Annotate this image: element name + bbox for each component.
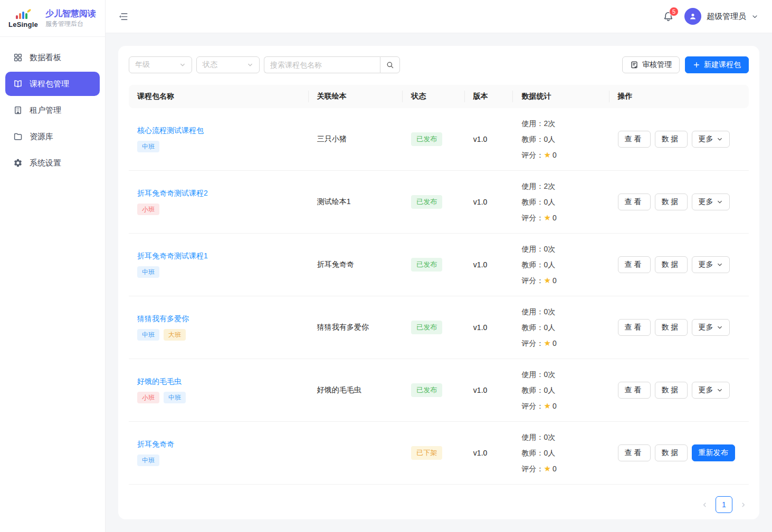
view-button[interactable]: 查看 bbox=[618, 444, 651, 461]
course-package-link[interactable]: 折耳兔奇奇 bbox=[137, 440, 174, 448]
name-cell: 好饿的毛毛虫小班中班 bbox=[129, 359, 309, 422]
table-row: 好饿的毛毛虫小班中班好饿的毛毛虫已发布v1.0使用：0次教师：0人评分：★0查看… bbox=[129, 359, 749, 422]
stats-cell: 使用：2次教师：0人评分：★0 bbox=[513, 171, 609, 234]
column-header-version: 版本 bbox=[465, 85, 513, 108]
grade-tag: 小班 bbox=[137, 204, 159, 215]
teacher-stat: 教师：0人 bbox=[521, 320, 601, 335]
rating-stat: 评分：★0 bbox=[521, 273, 601, 288]
audit-button[interactable]: 审核管理 bbox=[622, 56, 680, 73]
chevron-down-icon bbox=[717, 387, 723, 393]
view-button[interactable]: 查看 bbox=[618, 256, 651, 273]
chevron-right-icon bbox=[740, 501, 747, 508]
status-badge: 已发布 bbox=[411, 195, 442, 209]
view-button[interactable]: 查看 bbox=[618, 382, 651, 399]
column-header-name: 课程包名称 bbox=[129, 85, 309, 108]
sidebar-item-label: 课程包管理 bbox=[30, 79, 69, 89]
book-cell: 测试绘本1 bbox=[309, 171, 403, 234]
course-package-link[interactable]: 好饿的毛毛虫 bbox=[137, 377, 182, 385]
sidebar-item-resources[interactable]: 资源库 bbox=[5, 124, 100, 149]
more-button[interactable]: 更多 bbox=[692, 256, 730, 273]
name-cell: 猜猜我有多爱你中班大班 bbox=[129, 296, 309, 359]
status-select[interactable]: 状态 bbox=[196, 56, 260, 73]
course-package-link[interactable]: 折耳兔奇奇测试课程1 bbox=[137, 252, 208, 260]
course-package-panel: 年级 状态 bbox=[118, 46, 759, 519]
data-button[interactable]: 数据 bbox=[655, 444, 688, 461]
grade-select[interactable]: 年级 bbox=[129, 56, 192, 73]
user-name: 超级管理员 bbox=[707, 12, 746, 22]
grade-tag: 中班 bbox=[137, 266, 159, 278]
data-button[interactable]: 数据 bbox=[655, 131, 688, 148]
user-menu[interactable]: 超级管理员 bbox=[684, 8, 758, 25]
more-button[interactable]: 更多 bbox=[692, 131, 730, 148]
teacher-stat: 教师：0人 bbox=[521, 445, 601, 461]
search-button[interactable] bbox=[380, 56, 400, 73]
data-button[interactable]: 数据 bbox=[655, 319, 688, 336]
usage-stat: 使用：2次 bbox=[521, 178, 601, 194]
menu-fold-icon[interactable] bbox=[118, 12, 128, 22]
data-button[interactable]: 数据 bbox=[655, 256, 688, 273]
star-icon: ★ bbox=[544, 464, 550, 473]
column-header-status: 状态 bbox=[403, 85, 465, 108]
notification-bell[interactable]: 5 bbox=[663, 11, 674, 22]
brand-name: LeSingle bbox=[8, 21, 38, 28]
data-button[interactable]: 数据 bbox=[655, 382, 688, 399]
sidebar-item-settings[interactable]: 系统设置 bbox=[5, 151, 100, 175]
sidebar-item-dashboard[interactable]: 数据看板 bbox=[5, 45, 100, 70]
version-cell: v1.0 bbox=[465, 171, 513, 234]
grade-tag: 中班 bbox=[137, 141, 159, 152]
sidebar: LeSingle 少儿智慧阅读 服务管理后台 数据看板 课程包管理 bbox=[0, 0, 106, 532]
status-badge: 已发布 bbox=[411, 132, 442, 146]
app-root: LeSingle 少儿智慧阅读 服务管理后台 数据看板 课程包管理 bbox=[0, 0, 772, 532]
status-cell: 已发布 bbox=[403, 359, 465, 422]
sidebar-item-label: 租户管理 bbox=[30, 105, 61, 115]
view-button[interactable]: 查看 bbox=[618, 319, 651, 336]
audit-icon bbox=[630, 61, 638, 69]
gear-icon bbox=[13, 158, 23, 168]
chevron-down-icon bbox=[179, 62, 186, 68]
sidebar-item-course-packages[interactable]: 课程包管理 bbox=[5, 72, 100, 96]
usage-stat: 使用：0次 bbox=[521, 304, 601, 320]
star-icon: ★ bbox=[544, 338, 550, 347]
search-input[interactable] bbox=[264, 56, 380, 73]
version-cell: v1.0 bbox=[465, 234, 513, 296]
pagination-prev[interactable] bbox=[701, 501, 708, 508]
course-package-link[interactable]: 折耳兔奇奇测试课程2 bbox=[137, 189, 208, 197]
more-button[interactable]: 更多 bbox=[692, 319, 730, 336]
pagination-next[interactable] bbox=[740, 501, 747, 508]
view-button[interactable]: 查看 bbox=[618, 194, 651, 210]
more-button[interactable]: 更多 bbox=[692, 194, 730, 210]
star-icon: ★ bbox=[544, 276, 550, 285]
view-button[interactable]: 查看 bbox=[618, 131, 651, 148]
status-cell: 已发布 bbox=[403, 171, 465, 234]
stats-cell: 使用：0次教师：0人评分：★0 bbox=[513, 296, 609, 359]
folder-icon bbox=[13, 131, 23, 142]
column-header-book: 关联绘本 bbox=[309, 85, 403, 108]
sidebar-item-tenants[interactable]: 租户管理 bbox=[5, 98, 100, 122]
grade-tag: 中班 bbox=[137, 329, 159, 341]
status-cell: 已下架 bbox=[403, 422, 465, 485]
create-package-button[interactable]: 新建课程包 bbox=[685, 56, 749, 73]
version-cell: v1.0 bbox=[465, 422, 513, 485]
version-cell: v1.0 bbox=[465, 108, 513, 171]
book-cell: 三只小猪 bbox=[309, 108, 403, 171]
chevron-down-icon bbox=[247, 62, 253, 68]
data-button[interactable]: 数据 bbox=[655, 194, 688, 210]
actions-cell: 查看数据更多 bbox=[609, 234, 749, 296]
usage-stat: 使用：0次 bbox=[521, 241, 601, 257]
name-cell: 折耳兔奇奇测试课程1中班 bbox=[129, 234, 309, 296]
status-cell: 已发布 bbox=[403, 108, 465, 171]
actions-cell: 查看数据重新发布 bbox=[609, 422, 749, 485]
course-package-link[interactable]: 核心流程测试课程包 bbox=[137, 126, 204, 134]
teacher-stat: 教师：0人 bbox=[521, 257, 601, 273]
republish-button[interactable]: 重新发布 bbox=[692, 444, 735, 461]
table-row: 猜猜我有多爱你中班大班猜猜我有多爱你已发布v1.0使用：0次教师：0人评分：★0… bbox=[129, 296, 749, 359]
actions-cell: 查看数据更多 bbox=[609, 171, 749, 234]
search-icon bbox=[386, 61, 394, 69]
more-button[interactable]: 更多 bbox=[692, 382, 730, 399]
course-package-link[interactable]: 猜猜我有多爱你 bbox=[137, 314, 189, 323]
table-row: 折耳兔奇奇测试课程2小班测试绘本1已发布v1.0使用：2次教师：0人评分：★0查… bbox=[129, 171, 749, 234]
book-cell: 猜猜我有多爱你 bbox=[309, 296, 403, 359]
pagination-page-1[interactable]: 1 bbox=[716, 496, 732, 513]
column-header-actions: 操作 bbox=[609, 85, 749, 108]
stats-cell: 使用：2次教师：0人评分：★0 bbox=[513, 108, 609, 171]
